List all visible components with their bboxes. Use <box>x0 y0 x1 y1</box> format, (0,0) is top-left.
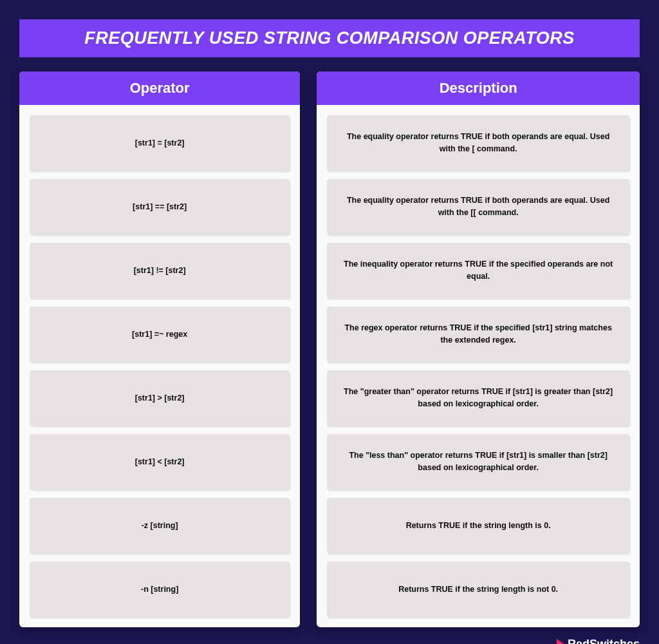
play-icon <box>557 639 565 645</box>
table-row: [str1] =~ regex <box>30 307 290 362</box>
table-columns: Operator [str1] = [str2] [str1] == [str2… <box>19 71 640 627</box>
table-row: [str1] != [str2] <box>30 243 290 298</box>
table-row: Returns TRUE if the string length is 0. <box>327 498 629 553</box>
operator-column-body: [str1] = [str2] [str1] == [str2] [str1] … <box>19 105 300 627</box>
description-column-body: The equality operator returns TRUE if bo… <box>317 105 640 627</box>
operator-column-header: Operator <box>19 71 300 105</box>
table-row: -n [string] <box>30 562 290 617</box>
table-row: -z [string] <box>30 498 290 553</box>
table-row: The regex operator returns TRUE if the s… <box>327 307 629 362</box>
table-row: [str1] > [str2] <box>30 370 290 426</box>
table-row: [str1] = [str2] <box>30 115 290 171</box>
title-bar: FREQUENTLY USED STRING COMPARISON OPERAT… <box>19 19 640 57</box>
table-row: The "less than" operator returns TRUE if… <box>327 434 629 489</box>
table-row: [str1] == [str2] <box>30 179 290 234</box>
page-title: FREQUENTLY USED STRING COMPARISON OPERAT… <box>32 28 627 48</box>
table-row: The "greater than" operator returns TRUE… <box>327 370 629 426</box>
brand-name: RedSwitches <box>568 638 640 644</box>
table-row: The equality operator returns TRUE if bo… <box>327 179 629 234</box>
brand-logo: RedSwitches <box>557 638 640 644</box>
table-row: The equality operator returns TRUE if bo… <box>327 115 629 171</box>
operator-column: Operator [str1] = [str2] [str1] == [str2… <box>19 71 300 627</box>
footer: RedSwitches <box>19 627 640 644</box>
description-column: Description The equality operator return… <box>317 71 640 627</box>
table-row: Returns TRUE if the string length is not… <box>327 562 629 617</box>
description-column-header: Description <box>317 71 640 105</box>
table-row: The inequality operator returns TRUE if … <box>327 243 629 298</box>
table-row: [str1] < [str2] <box>30 434 290 489</box>
